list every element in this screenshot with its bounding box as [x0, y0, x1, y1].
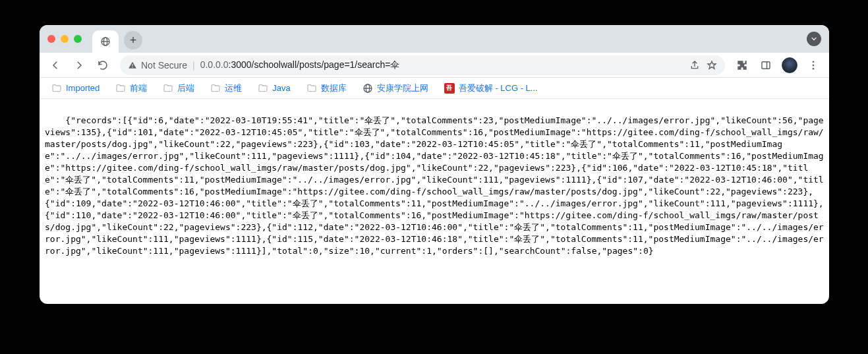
share-icon[interactable] [689, 60, 700, 71]
panel-icon [760, 59, 772, 71]
bookmark-label: 安康学院上网 [377, 82, 428, 94]
bookmarks-bar: Imported前端后端运维Java数据库安康学院上网吾吾爱破解 - LCG -… [40, 78, 829, 99]
forward-button[interactable] [69, 55, 90, 76]
tab-strip: + [40, 25, 829, 53]
svg-rect-4 [132, 67, 132, 67]
bookmark-label: 吾爱破解 - LCG - L... [459, 82, 538, 94]
browser-tab[interactable] [92, 30, 119, 53]
folder-icon [51, 83, 62, 94]
bookmark-label: 运维 [225, 82, 242, 94]
chevron-down-icon [810, 35, 818, 43]
folder-icon [306, 83, 317, 94]
bookmark-item[interactable]: 前端 [109, 80, 154, 97]
json-response-text[interactable]: {"records":[{"id":6,"date":"2022-03-10T1… [45, 115, 824, 256]
window-zoom-button[interactable] [74, 35, 82, 43]
browser-toolbar: Not Secure | 0.0.0.0:3000/schoolwall/pos… [40, 53, 829, 78]
security-indicator[interactable]: Not Secure [128, 60, 187, 71]
bookmark-label: Java [272, 83, 290, 93]
bookmark-item[interactable]: Imported [45, 80, 106, 96]
site-favicon: 吾 [444, 83, 455, 94]
kebab-icon [807, 59, 819, 71]
warning-icon [128, 61, 137, 70]
window-close-button[interactable] [47, 35, 55, 43]
folder-icon [210, 83, 221, 94]
separator: | [192, 60, 195, 71]
svg-point-8 [813, 64, 815, 66]
extensions-button[interactable] [732, 55, 753, 76]
folder-icon [258, 83, 268, 94]
svg-rect-3 [132, 64, 132, 66]
profile-button[interactable] [779, 55, 800, 76]
url-text: 0.0.0.0:3000/schoolwall/posts/page=1/sea… [200, 59, 684, 71]
bookmark-item[interactable]: 安康学院上网 [356, 80, 435, 97]
folder-icon [163, 83, 173, 94]
svg-point-9 [813, 67, 815, 69]
avatar-icon [782, 57, 797, 73]
puzzle-icon [736, 59, 748, 71]
reload-icon [97, 59, 109, 71]
reload-button[interactable] [92, 55, 113, 76]
page-body: {"records":[{"id":6,"date":"2022-03-10T1… [40, 99, 829, 304]
side-panel-button[interactable] [755, 55, 776, 76]
bookmark-label: 数据库 [321, 82, 347, 94]
plus-icon: + [130, 34, 137, 46]
bookmark-item[interactable]: 运维 [204, 80, 248, 97]
tab-search-button[interactable] [807, 32, 821, 46]
bookmark-item[interactable]: 数据库 [300, 80, 353, 97]
folder-icon [115, 83, 126, 94]
back-button[interactable] [45, 55, 66, 76]
bookmark-label: Imported [66, 83, 100, 93]
arrow-right-icon [73, 59, 85, 71]
svg-rect-5 [762, 61, 770, 69]
globe-icon [100, 36, 111, 47]
address-bar[interactable]: Not Secure | 0.0.0.0:3000/schoolwall/pos… [120, 55, 725, 75]
window-traffic-lights [47, 35, 82, 43]
bookmark-item[interactable]: 后端 [156, 80, 201, 97]
star-icon[interactable] [707, 60, 717, 71]
window-minimize-button[interactable] [61, 35, 69, 43]
browser-window: + Not Secure | 0.0.0.0:3000/schoolwall/p… [40, 25, 829, 304]
svg-point-7 [813, 61, 815, 63]
new-tab-button[interactable]: + [124, 31, 142, 49]
arrow-left-icon [49, 59, 61, 71]
globe-icon [362, 83, 373, 94]
bookmark-label: 前端 [130, 82, 147, 94]
bookmark-item[interactable]: Java [251, 80, 297, 96]
menu-button[interactable] [803, 55, 824, 76]
bookmark-item[interactable]: 吾吾爱破解 - LCG - L... [438, 80, 544, 97]
not-secure-label: Not Secure [141, 60, 187, 71]
bookmark-label: 后端 [177, 82, 194, 94]
